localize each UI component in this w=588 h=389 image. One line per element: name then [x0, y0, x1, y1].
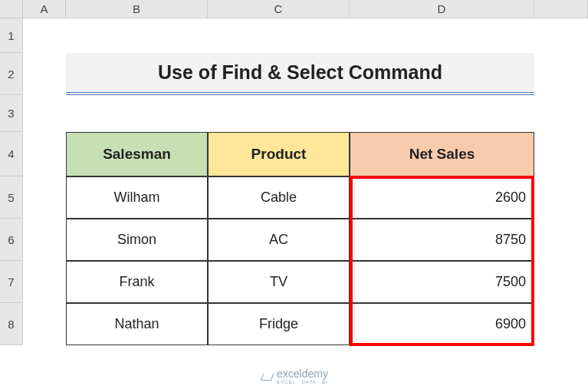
col-header-B[interactable]: B: [66, 0, 208, 18]
table-row[interactable]: 7500: [350, 261, 534, 303]
column-header-row: A B C D: [0, 0, 588, 18]
table-row[interactable]: AC: [208, 219, 350, 261]
cell-E4[interactable]: [534, 132, 588, 176]
cell-C3[interactable]: [208, 95, 350, 132]
table-row[interactable]: Cable: [208, 176, 350, 219]
table-header-salesman[interactable]: Salesman: [66, 132, 208, 176]
table-row[interactable]: Nathan: [66, 303, 208, 345]
cell-A7[interactable]: [23, 261, 66, 303]
col-header-D[interactable]: D: [350, 0, 534, 18]
cell-E5[interactable]: [534, 176, 588, 219]
table-row[interactable]: 8750: [350, 219, 534, 261]
cell-E7[interactable]: [534, 261, 588, 303]
row-header-7[interactable]: 7: [0, 261, 23, 303]
logo-tagline: EXCEL · DATA · BI: [277, 380, 328, 384]
logo-icon: [260, 371, 272, 381]
col-header-A[interactable]: A: [23, 0, 66, 18]
table-row[interactable]: 6900: [350, 303, 534, 345]
table-header-product[interactable]: Product: [208, 132, 350, 176]
table-row[interactable]: Wilham: [66, 176, 208, 219]
table-row[interactable]: 2600: [350, 176, 534, 219]
table-header-netsales[interactable]: Net Sales: [350, 132, 534, 176]
cell-A5[interactable]: [23, 176, 66, 219]
cell-C1[interactable]: [208, 18, 350, 53]
cell-B1[interactable]: [66, 18, 208, 53]
row-header-1[interactable]: 1: [0, 18, 23, 53]
row-header-5[interactable]: 5: [0, 176, 23, 219]
cell-A4[interactable]: [23, 132, 66, 176]
cell-E3[interactable]: [534, 95, 588, 132]
cell-E1[interactable]: [534, 18, 588, 53]
row-header-4[interactable]: 4: [0, 132, 23, 176]
cell-E2[interactable]: [534, 53, 588, 95]
logo-text: exceldemy: [277, 368, 328, 380]
row-header-2[interactable]: 2: [0, 53, 23, 95]
row-header-8[interactable]: 8: [0, 303, 23, 345]
cell-D3[interactable]: [350, 95, 534, 132]
table-row[interactable]: Frank: [66, 261, 208, 303]
cell-E6[interactable]: [534, 219, 588, 261]
select-all-corner[interactable]: [0, 0, 23, 18]
page-title[interactable]: Use of Find & Select Command: [66, 53, 534, 95]
table-row[interactable]: Fridge: [208, 303, 350, 345]
cell-A3[interactable]: [23, 95, 66, 132]
col-header-C[interactable]: C: [208, 0, 350, 18]
cell-E8[interactable]: [534, 303, 588, 345]
spreadsheet-grid: A B C D 1 2 Use of Find & Select Command…: [0, 0, 588, 389]
cell-B3[interactable]: [66, 95, 208, 132]
cell-A6[interactable]: [23, 219, 66, 261]
cell-A2[interactable]: [23, 53, 66, 95]
row-header-3[interactable]: 3: [0, 95, 23, 132]
cell-A8[interactable]: [23, 303, 66, 345]
table-row[interactable]: TV: [208, 261, 350, 303]
cell-D1[interactable]: [350, 18, 534, 53]
row-header-6[interactable]: 6: [0, 219, 23, 261]
brand-logo: exceldemy EXCEL · DATA · BI: [260, 368, 328, 384]
col-header-blank: [534, 0, 588, 18]
cell-A1[interactable]: [23, 18, 66, 53]
table-row[interactable]: Simon: [66, 219, 208, 261]
